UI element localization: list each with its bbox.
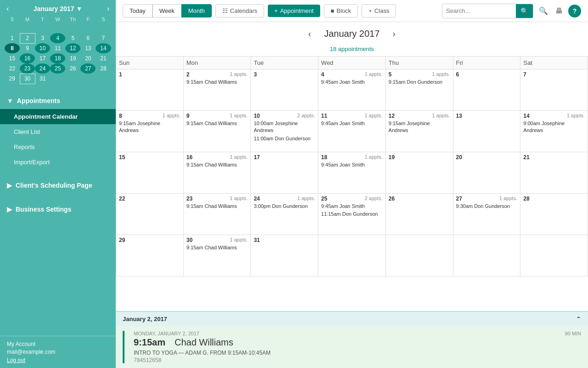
week-button[interactable]: Week (153, 4, 181, 17)
cal-day-cell[interactable]: 252 appts.9:45am Joan Smith11:15am Don G… (318, 194, 386, 235)
block-button[interactable]: ■ Block (324, 4, 358, 17)
mini-cal-day[interactable]: 29 (5, 74, 20, 84)
mini-cal-day[interactable]: 6 (80, 33, 96, 43)
mini-cal-day[interactable]: 5 (65, 33, 80, 43)
sidebar-item-import-export[interactable]: Import/Export (0, 155, 116, 170)
mini-cal-day[interactable]: 2 (20, 33, 35, 43)
cal-day-cell[interactable]: 15 (116, 152, 184, 194)
cal-appt-item[interactable]: 9:45am Joan Smith (321, 120, 383, 127)
cal-day-cell[interactable] (318, 235, 386, 276)
search-input[interactable] (442, 6, 516, 16)
cal-day-cell[interactable]: 20 (453, 152, 520, 194)
cal-day-cell[interactable]: 111 appts.9:45am Joan Smith (318, 111, 386, 152)
cal-appt-item[interactable]: 3:00pm Don Gunderson (254, 203, 315, 210)
cal-day-cell[interactable]: 21 (520, 152, 588, 194)
mini-cal-day[interactable]: 1 (5, 33, 20, 43)
account-name[interactable]: My Account (7, 341, 109, 347)
calendars-button[interactable]: ☷ Calendars (215, 4, 264, 17)
cal-appt-item[interactable]: 9:15am Chad Williams (187, 120, 248, 127)
mini-cal-day[interactable]: 3 (35, 33, 50, 43)
cal-day-cell[interactable]: 141 appts.9:00am Josephine Andrews (520, 111, 588, 152)
today-button[interactable]: Today (123, 4, 153, 17)
cal-day-cell[interactable]: 28 (520, 194, 588, 235)
cal-day-cell[interactable]: 271 appts.9:30am Don Gunderson (453, 194, 520, 235)
cal-appt-item[interactable]: 9:15am Josephine Andrews (389, 120, 450, 134)
mini-cal-day[interactable]: 7 (96, 33, 111, 43)
search-button[interactable]: 🔍 (516, 4, 533, 18)
mini-cal-day[interactable]: 16 (20, 53, 35, 63)
help-button[interactable]: ? (568, 5, 581, 17)
cal-appt-item[interactable]: 10:00am Josephine Andrews (254, 120, 315, 134)
sidebar-item-client-list[interactable]: Client List (0, 124, 116, 139)
cal-day-cell[interactable]: 31 (251, 235, 318, 276)
mini-cal-day[interactable]: 10 (35, 43, 50, 53)
cal-day-cell[interactable] (385, 235, 453, 276)
cal-appt-item[interactable]: 9:45am Joan Smith (321, 161, 383, 168)
mini-cal-day[interactable]: 22 (5, 63, 20, 74)
cal-appt-item[interactable]: 9:30am Don Gunderson (456, 203, 518, 210)
sidebar-appointments-header[interactable]: ▼ Appointments (0, 92, 116, 109)
mini-cal-day[interactable]: 14 (96, 43, 111, 53)
cal-appt-item[interactable]: 9:45am Joan Smith (321, 79, 383, 86)
appointment-button[interactable]: + Appointment (268, 5, 320, 17)
mini-cal-day[interactable]: 28 (96, 63, 111, 74)
cal-day-cell[interactable]: 7 (520, 69, 588, 111)
cal-prev-button[interactable]: ‹ (305, 27, 315, 41)
mini-cal-next[interactable]: › (105, 5, 111, 13)
mini-cal-day[interactable]: 26 (65, 63, 80, 74)
class-button[interactable]: + Class (362, 4, 396, 17)
cal-appt-item[interactable]: 9:15am Don Gunderson (389, 79, 450, 86)
cal-day-cell[interactable]: 301 appts.9:15am Chad Williams (183, 235, 251, 276)
cal-appt-item[interactable]: 9:15am Chad Williams (187, 203, 248, 210)
logout-link[interactable]: Log out (7, 357, 25, 363)
mini-cal-day[interactable]: 24 (35, 63, 50, 74)
mini-cal-day[interactable]: 20 (80, 53, 96, 63)
mini-cal-day[interactable]: 23 (20, 63, 35, 74)
mini-cal-prev[interactable]: ‹ (5, 5, 11, 13)
cal-day-cell[interactable]: 231 appts.9:15am Chad Williams (183, 194, 251, 235)
cal-day-cell[interactable] (453, 235, 520, 276)
cal-day-cell[interactable]: 181 appts.9:45am Joan Smith (318, 152, 386, 194)
cal-day-cell[interactable]: 161 appts.9:15am Chad Williams (183, 152, 251, 194)
cal-day-cell[interactable] (520, 235, 588, 276)
cal-day-cell[interactable]: 26 (385, 194, 453, 235)
cal-day-cell[interactable]: 1 (116, 69, 184, 111)
cal-appt-item[interactable]: 11:15am Don Gunderson (321, 211, 383, 218)
cal-day-cell[interactable]: 22 (116, 194, 184, 235)
mini-cal-day[interactable]: 4 (50, 33, 65, 43)
detail-header[interactable]: January 2, 2017 ⌃ (116, 312, 588, 326)
mini-cal-day[interactable]: 21 (96, 53, 111, 63)
cal-day-cell[interactable]: 3 (251, 69, 318, 111)
cal-day-cell[interactable]: 121 appts.9:15am Josephine Andrews (385, 111, 453, 152)
mini-cal-day[interactable]: 13 (80, 43, 96, 53)
mini-cal-day[interactable]: 31 (35, 74, 50, 84)
cal-appt-item[interactable]: 9:00am Josephine Andrews (523, 120, 585, 134)
cal-day-cell[interactable]: 21 appts.9:15am Chad Williams (183, 69, 251, 111)
cal-appt-item[interactable]: 9:15am Chad Williams (187, 79, 248, 86)
cal-day-cell[interactable]: 17 (251, 152, 318, 194)
mini-cal-day[interactable]: 15 (5, 53, 20, 63)
mini-cal-day[interactable]: 17 (35, 53, 50, 63)
month-button[interactable]: Month (181, 4, 212, 17)
cal-appt-item[interactable]: 9:15am Josephine Andrews (119, 120, 181, 134)
sidebar-clients-scheduling-header[interactable]: ▶ Client's Scheduling Page (0, 177, 116, 194)
cal-day-cell[interactable]: 241 appts.3:00pm Don Gunderson (251, 194, 318, 235)
cal-day-cell[interactable]: 41 appts.9:45am Joan Smith (318, 69, 386, 111)
mini-cal-day[interactable]: 8 (5, 43, 20, 53)
mini-cal-day[interactable]: 25 (50, 63, 65, 74)
zoom-in-button[interactable]: 🔍 (537, 5, 550, 17)
cal-day-cell[interactable]: 51 appts.9:15am Don Gunderson (385, 69, 453, 111)
cal-appt-item[interactable]: 11:00am Don Gunderson (254, 135, 315, 142)
cal-day-cell[interactable]: 91 appts.9:15am Chad Williams (183, 111, 251, 152)
cal-appt-item[interactable]: 9:15am Chad Williams (187, 161, 248, 168)
cal-appt-item[interactable]: 9:15am Chad Williams (187, 244, 248, 251)
mini-cal-day[interactable]: 9 (20, 43, 35, 53)
cal-day-cell[interactable]: 81 appts.9:15am Josephine Andrews (116, 111, 184, 152)
cal-next-button[interactable]: › (389, 27, 400, 41)
mini-cal-day[interactable]: 19 (65, 53, 80, 63)
sidebar-item-appointment-calendar[interactable]: Appointment Calendar (0, 109, 116, 124)
sidebar-item-reports[interactable]: Reports (0, 139, 116, 155)
mini-cal-day[interactable]: 30 (20, 74, 35, 84)
mini-cal-day[interactable]: 11 (50, 43, 65, 53)
mini-cal-day[interactable]: 27 (80, 63, 96, 74)
